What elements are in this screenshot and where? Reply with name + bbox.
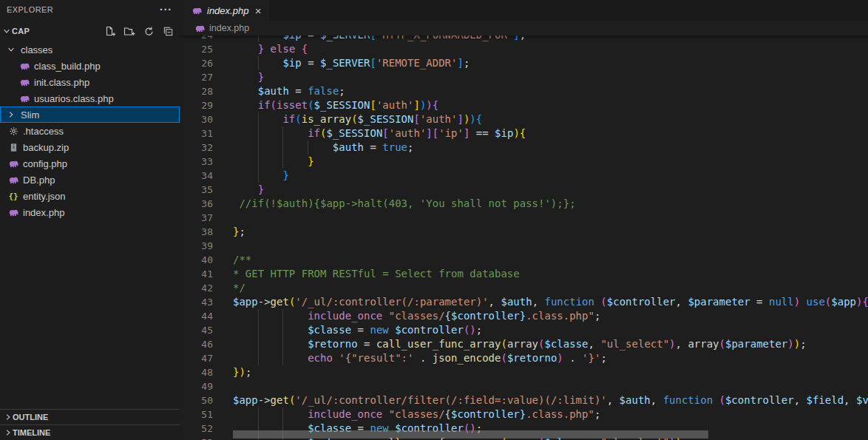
code-line[interactable]: 51 include_once "classes/{$controller}.c… bbox=[180, 407, 868, 422]
indent-guide bbox=[282, 351, 283, 365]
line-number: 31 bbox=[180, 126, 213, 141]
code-line[interactable]: 25 } else { bbox=[180, 42, 868, 56]
code-line-text: //if(!$auth){$app->halt(403, 'You shall … bbox=[233, 197, 576, 211]
code-line[interactable]: 34 } bbox=[180, 169, 868, 183]
tree-item-entity-json[interactable]: {}entity.json bbox=[0, 188, 180, 204]
line-number: 29 bbox=[180, 98, 213, 112]
code-editor[interactable]: 24 $ip = $_SERVER['HTTP_X_FORWARDED_FOR'… bbox=[180, 35, 868, 440]
line-number: 35 bbox=[180, 183, 213, 197]
new-folder-icon[interactable] bbox=[122, 24, 137, 38]
collapse-all-icon[interactable] bbox=[160, 24, 175, 38]
code-line[interactable]: 27 } bbox=[180, 70, 868, 84]
indent-guide bbox=[258, 56, 259, 70]
code-line[interactable]: 31 if($_SESSION['auth']['ip'] == $ip){ bbox=[180, 126, 868, 141]
tab-label: index.php bbox=[207, 5, 248, 16]
code-line-text: if(isset($_SESSION['auth'])){ bbox=[233, 98, 438, 112]
panel-header-timeline[interactable]: TIMELINE bbox=[0, 424, 180, 440]
code-line[interactable]: 36 //if(!$auth){$app->halt(403, 'You sha… bbox=[180, 197, 868, 211]
section-header-cap[interactable]: CAP bbox=[0, 22, 180, 40]
indent-guide bbox=[282, 407, 283, 422]
code-line[interactable]: 28 $auth = false; bbox=[180, 84, 868, 98]
line-number: 27 bbox=[180, 70, 213, 84]
close-icon[interactable]: × bbox=[253, 5, 263, 16]
code-line-text: $auth = true; bbox=[233, 141, 413, 155]
tree-item-classes[interactable]: classes bbox=[0, 41, 180, 58]
tree-item-label: Slim bbox=[21, 109, 39, 121]
code-line[interactable]: 38}; bbox=[180, 225, 868, 239]
code-line-text: $app->get('/_ul/:controller/filter(/:fie… bbox=[233, 393, 868, 407]
code-line-text: }); bbox=[233, 365, 251, 379]
code-line[interactable]: 33 } bbox=[180, 155, 868, 169]
breadcrumb-label: index.php bbox=[209, 23, 249, 33]
line-number: 46 bbox=[180, 337, 213, 351]
line-number: 30 bbox=[180, 112, 213, 126]
code-line[interactable]: 35 } bbox=[180, 183, 868, 197]
explorer-header: EXPLORER ··· bbox=[0, 0, 180, 19]
code-line[interactable]: 50$app->get('/_ul/:controller/filter(/:f… bbox=[180, 393, 868, 407]
panel-header-outline[interactable]: OUTLINE bbox=[0, 409, 180, 424]
tree-item-label: config.php bbox=[23, 158, 67, 169]
editor-group: index.php × index.php 24 $ip = $_SERVER[… bbox=[180, 0, 868, 440]
tree-item-class-build-php[interactable]: class_build.php bbox=[0, 58, 180, 74]
indent-guide bbox=[258, 337, 259, 351]
new-file-icon[interactable] bbox=[103, 24, 118, 38]
code-line-text: } bbox=[233, 169, 289, 183]
indent-guide bbox=[258, 155, 259, 169]
line-number: 24 bbox=[180, 35, 213, 42]
code-line[interactable]: 42*/ bbox=[180, 281, 868, 295]
indent-guide bbox=[282, 155, 283, 169]
code-line[interactable]: 26 $ip = $_SERVER['REMOTE_ADDR']; bbox=[180, 56, 868, 70]
code-line[interactable]: 30 if(is_array($_SESSION['auth'])){ bbox=[180, 112, 868, 126]
code-line-text: include_once "classes/{$controller}.clas… bbox=[233, 309, 600, 323]
tree-item-slim[interactable]: Slim bbox=[0, 106, 180, 123]
tree-item-config-php[interactable]: config.php bbox=[0, 155, 180, 172]
tree-item-index-php[interactable]: index.php bbox=[0, 204, 180, 220]
line-number: 33 bbox=[180, 155, 213, 169]
code-line[interactable]: 43$app->get('/_ul/:controller(/:paramete… bbox=[180, 295, 868, 309]
code-line[interactable]: 24 $ip = $_SERVER['HTTP_X_FORWARDED_FOR'… bbox=[180, 35, 868, 42]
line-number: 43 bbox=[180, 295, 213, 309]
indent-guide bbox=[258, 112, 259, 126]
code-line[interactable]: 48}); bbox=[180, 365, 868, 379]
panel-label: OUTLINE bbox=[13, 413, 48, 422]
code-line[interactable]: 32 $auth = true; bbox=[180, 141, 868, 155]
code-line[interactable]: 46 $retorno = call_user_func_array(array… bbox=[180, 337, 868, 351]
tree-item-usuarios-class-php[interactable]: usuarios.class.php bbox=[0, 90, 180, 106]
tree-item-label: class_build.php bbox=[34, 61, 101, 72]
horizontal-scrollbar-thumb[interactable] bbox=[233, 430, 708, 439]
php-icon bbox=[7, 174, 19, 186]
line-number: 49 bbox=[180, 379, 213, 393]
file-tree: classesclass_build.phpinit.class.phpusua… bbox=[0, 41, 180, 220]
code-line[interactable]: 45 $classe = new $controller(); bbox=[180, 323, 868, 337]
line-number: 28 bbox=[180, 84, 213, 98]
code-content: 24 $ip = $_SERVER['HTTP_X_FORWARDED_FOR'… bbox=[180, 35, 868, 440]
indent-guide bbox=[258, 35, 259, 42]
code-line[interactable]: 49 bbox=[180, 379, 868, 393]
code-line[interactable]: 47 echo '{"result":' . json_encode($reto… bbox=[180, 351, 868, 365]
code-line-text: /** bbox=[233, 253, 251, 267]
line-number: 47 bbox=[180, 351, 213, 365]
tree-item-backup-zip[interactable]: backup.zip bbox=[0, 139, 180, 155]
code-line-text: */ bbox=[233, 281, 245, 295]
tree-item-label: index.php bbox=[23, 207, 64, 218]
line-number: 48 bbox=[180, 365, 213, 379]
tree-item-htaccess[interactable]: .htaccess bbox=[0, 123, 180, 139]
code-line[interactable]: 41* GET HTTP FROM RESTful = Select from … bbox=[180, 267, 868, 281]
code-line[interactable]: 29 if(isset($_SESSION['auth'])){ bbox=[180, 98, 868, 112]
code-line[interactable]: 37 bbox=[180, 211, 868, 225]
tree-item-db-php[interactable]: DB.php bbox=[0, 172, 180, 188]
line-number: 39 bbox=[180, 239, 213, 253]
code-line[interactable]: 39 bbox=[180, 239, 868, 253]
more-actions-icon[interactable]: ··· bbox=[160, 4, 172, 16]
code-line-text: $classe = new $controller(); bbox=[233, 323, 482, 337]
breadcrumb[interactable]: index.php bbox=[180, 21, 868, 35]
php-icon bbox=[191, 5, 203, 16]
code-line[interactable]: 40/** bbox=[180, 253, 868, 267]
code-line[interactable]: 44 include_once "classes/{$controller}.c… bbox=[180, 309, 868, 323]
tree-item-init-class-php[interactable]: init.class.php bbox=[0, 74, 180, 90]
code-line-text: $ip = $_SERVER['HTTP_X_FORWARDED_FOR']; bbox=[233, 35, 526, 42]
tab-index-php[interactable]: index.php × bbox=[180, 0, 269, 21]
code-line-text: if(is_array($_SESSION['auth'])){ bbox=[233, 112, 482, 126]
code-line-text: $retorno = call_user_func_array(array($c… bbox=[233, 337, 807, 351]
refresh-icon[interactable] bbox=[141, 24, 156, 38]
